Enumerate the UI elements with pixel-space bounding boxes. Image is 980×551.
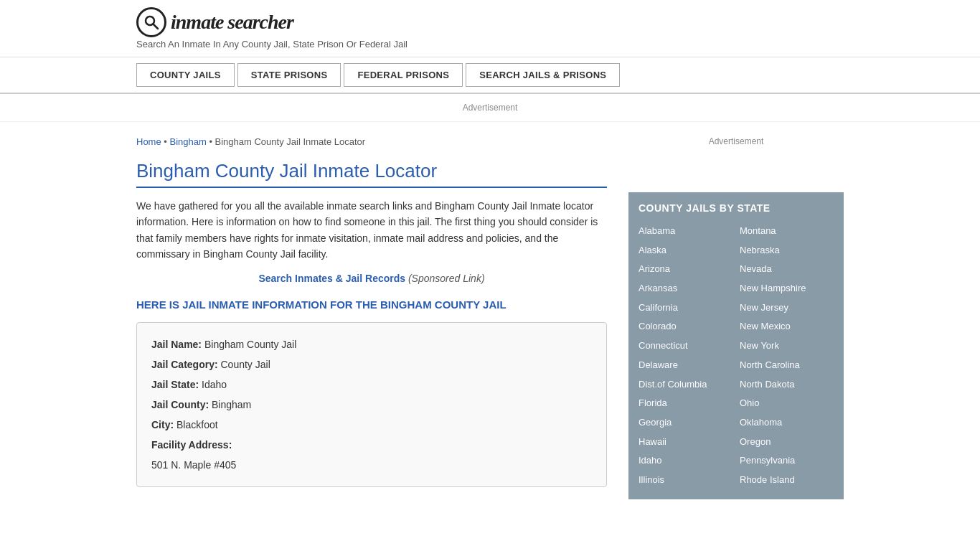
state-link[interactable]: Idaho: [639, 452, 732, 470]
logo-area: inmate searcher: [136, 7, 844, 37]
breadcrumb-current: Bingham County Jail Inmate Locator: [215, 136, 366, 147]
state-link[interactable]: Connecticut: [639, 337, 732, 355]
page-title: Bingham County Jail Inmate Locator: [136, 160, 607, 188]
description: We have gathered for you all the availab…: [136, 198, 607, 263]
sponsored-label: (Sponsored Link): [408, 273, 485, 284]
state-link[interactable]: Arkansas: [639, 280, 732, 298]
state-link[interactable]: North Dakota: [740, 376, 834, 394]
content-area: Home • Bingham • Bingham County Jail Inm…: [136, 122, 607, 514]
nav-county-jails[interactable]: COUNTY JAILS: [136, 63, 235, 87]
state-link[interactable]: Illinois: [639, 471, 732, 489]
sidebar-ad: Advertisement: [628, 136, 844, 179]
state-link[interactable]: Rhode Island: [740, 471, 834, 489]
jail-address-row: Facility Address:: [151, 435, 592, 455]
state-link[interactable]: New Jersey: [740, 299, 834, 317]
breadcrumb: Home • Bingham • Bingham County Jail Inm…: [136, 136, 607, 147]
state-link[interactable]: New Mexico: [740, 318, 834, 336]
county-jails-box: COUNTY JAILS BY STATE AlabamaMontanaAlas…: [628, 192, 844, 499]
state-link[interactable]: Arizona: [639, 260, 732, 278]
jail-city-val: Blackfoot: [176, 419, 218, 430]
jail-county-label: Jail County:: [151, 399, 209, 410]
jail-address-value-row: 501 N. Maple #405: [151, 455, 592, 475]
ad-banner: Advertisement: [0, 94, 980, 122]
state-link[interactable]: Nevada: [740, 260, 834, 278]
jail-category-val: County Jail: [220, 359, 270, 370]
breadcrumb-home[interactable]: Home: [136, 136, 161, 147]
header: inmate searcher Search An Inmate In Any …: [0, 0, 980, 57]
search-link-area: Search Inmates & Jail Records (Sponsored…: [136, 273, 607, 284]
state-list: AlabamaMontanaAlaskaNebraskaArizonaNevad…: [639, 222, 834, 489]
jail-category-label: Jail Category:: [151, 359, 218, 370]
nav-bar: COUNTY JAILS STATE PRISONS FEDERAL PRISO…: [0, 57, 980, 94]
jail-category-row: Jail Category: County Jail: [151, 354, 592, 375]
county-jails-title: COUNTY JAILS BY STATE: [639, 202, 834, 214]
breadcrumb-bingham[interactable]: Bingham: [169, 136, 206, 147]
state-link[interactable]: Alabama: [639, 222, 732, 240]
state-link[interactable]: Oklahoma: [740, 414, 834, 432]
state-link[interactable]: Oregon: [740, 433, 834, 451]
state-link[interactable]: California: [639, 299, 732, 317]
state-link[interactable]: Florida: [639, 395, 732, 413]
jail-address-label: Facility Address:: [151, 439, 232, 451]
jail-county-val: Bingham: [212, 399, 251, 410]
jail-city-row: City: Blackfoot: [151, 415, 592, 435]
nav-federal-prisons[interactable]: FEDERAL PRISONS: [344, 63, 463, 87]
jail-name-val: Bingham County Jail: [204, 339, 296, 350]
jail-county-row: Jail County: Bingham: [151, 395, 592, 415]
state-link[interactable]: Delaware: [639, 357, 732, 375]
state-link[interactable]: Montana: [740, 222, 834, 240]
state-link[interactable]: Nebraska: [740, 242, 834, 260]
state-link[interactable]: Alaska: [639, 242, 732, 260]
state-link[interactable]: North Carolina: [740, 357, 834, 375]
jail-info-card: Jail Name: Bingham County Jail Jail Cate…: [136, 322, 607, 487]
state-link[interactable]: Dist.of Columbia: [639, 376, 732, 394]
jail-name-row: Jail Name: Bingham County Jail: [151, 334, 592, 354]
site-title[interactable]: inmate searcher: [171, 11, 293, 34]
main-layout: Home • Bingham • Bingham County Jail Inm…: [0, 122, 980, 514]
state-link[interactable]: Colorado: [639, 318, 732, 336]
state-link[interactable]: New Hampshire: [740, 280, 834, 298]
jail-state-row: Jail State: Idaho: [151, 375, 592, 395]
sub-heading: HERE IS JAIL INMATE INFORMATION FOR THE …: [136, 297, 607, 312]
sidebar: Advertisement COUNTY JAILS BY STATE Alab…: [628, 122, 844, 514]
logo-icon: [136, 7, 166, 37]
jail-address-value: 501 N. Maple #405: [151, 459, 236, 471]
state-link[interactable]: New York: [740, 337, 834, 355]
jail-state-val: Idaho: [202, 379, 227, 390]
jail-city-label: City:: [151, 419, 174, 430]
state-link[interactable]: Hawaii: [639, 433, 732, 451]
state-link[interactable]: Ohio: [740, 395, 834, 413]
search-inmates-link[interactable]: Search Inmates & Jail Records: [258, 273, 405, 284]
nav-search-jails[interactable]: SEARCH JAILS & PRISONS: [466, 63, 620, 87]
nav-state-prisons[interactable]: STATE PRISONS: [237, 63, 341, 87]
state-link[interactable]: Pennsylvania: [740, 452, 834, 470]
svg-line-1: [154, 24, 159, 29]
jail-state-label: Jail State:: [151, 379, 199, 390]
tagline: Search An Inmate In Any County Jail, Sta…: [136, 39, 844, 50]
jail-name-label: Jail Name:: [151, 339, 202, 350]
state-link[interactable]: Georgia: [639, 414, 732, 432]
